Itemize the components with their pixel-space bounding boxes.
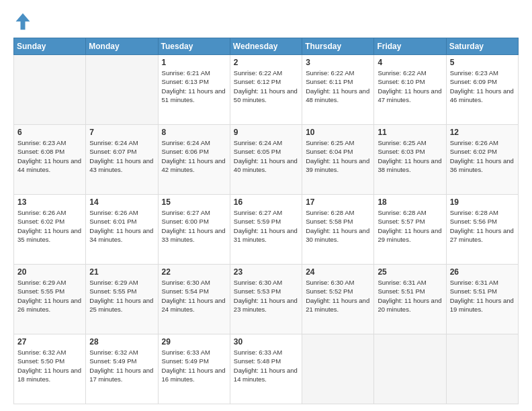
day-info: Sunrise: 6:22 AM Sunset: 6:12 PM Dayligh… bbox=[234, 68, 298, 104]
weekday-header-tuesday: Tuesday bbox=[158, 38, 230, 55]
day-info: Sunrise: 6:28 AM Sunset: 5:56 PM Dayligh… bbox=[450, 208, 515, 244]
day-info: Sunrise: 6:30 AM Sunset: 5:54 PM Dayligh… bbox=[162, 278, 226, 314]
calendar-cell: 28Sunrise: 6:32 AM Sunset: 5:49 PM Dayli… bbox=[86, 334, 158, 404]
calendar-week-3: 13Sunrise: 6:26 AM Sunset: 6:02 PM Dayli… bbox=[14, 195, 519, 265]
day-info: Sunrise: 6:30 AM Sunset: 5:52 PM Dayligh… bbox=[306, 278, 370, 314]
day-info: Sunrise: 6:30 AM Sunset: 5:53 PM Dayligh… bbox=[234, 278, 298, 314]
page: SundayMondayTuesdayWednesdayThursdayFrid… bbox=[0, 0, 532, 411]
day-info: Sunrise: 6:29 AM Sunset: 5:55 PM Dayligh… bbox=[89, 278, 154, 314]
day-info: Sunrise: 6:29 AM Sunset: 5:55 PM Dayligh… bbox=[17, 278, 82, 314]
calendar-cell: 23Sunrise: 6:30 AM Sunset: 5:53 PM Dayli… bbox=[230, 265, 302, 334]
calendar-cell: 4Sunrise: 6:22 AM Sunset: 6:10 PM Daylig… bbox=[374, 55, 446, 125]
day-number: 10 bbox=[306, 128, 370, 137]
day-number: 30 bbox=[234, 337, 298, 347]
day-number: 21 bbox=[89, 267, 154, 277]
day-info: Sunrise: 6:24 AM Sunset: 6:05 PM Dayligh… bbox=[234, 138, 298, 174]
day-number: 20 bbox=[17, 267, 82, 277]
day-info: Sunrise: 6:31 AM Sunset: 5:51 PM Dayligh… bbox=[378, 278, 442, 314]
day-number: 25 bbox=[378, 267, 442, 277]
day-number: 7 bbox=[89, 128, 154, 137]
weekday-header-sunday: Sunday bbox=[14, 38, 86, 55]
calendar-cell: 14Sunrise: 6:26 AM Sunset: 6:01 PM Dayli… bbox=[86, 195, 158, 265]
calendar-cell: 24Sunrise: 6:30 AM Sunset: 5:52 PM Dayli… bbox=[302, 265, 374, 334]
calendar-cell: 12Sunrise: 6:26 AM Sunset: 6:02 PM Dayli… bbox=[446, 125, 518, 195]
weekday-header-wednesday: Wednesday bbox=[230, 38, 302, 55]
calendar-cell: 16Sunrise: 6:27 AM Sunset: 5:59 PM Dayli… bbox=[230, 195, 302, 265]
calendar-cell: 1Sunrise: 6:21 AM Sunset: 6:13 PM Daylig… bbox=[158, 55, 230, 125]
day-number: 29 bbox=[162, 337, 226, 347]
day-info: Sunrise: 6:26 AM Sunset: 6:01 PM Dayligh… bbox=[89, 208, 154, 244]
calendar-week-1: 1Sunrise: 6:21 AM Sunset: 6:13 PM Daylig… bbox=[14, 55, 519, 125]
day-number: 15 bbox=[162, 197, 226, 207]
day-number: 11 bbox=[378, 128, 442, 137]
day-number: 14 bbox=[89, 197, 154, 207]
day-info: Sunrise: 6:27 AM Sunset: 6:00 PM Dayligh… bbox=[162, 208, 226, 244]
day-number: 23 bbox=[234, 267, 298, 277]
calendar-table: SundayMondayTuesdayWednesdayThursdayFrid… bbox=[13, 38, 519, 404]
day-number: 24 bbox=[306, 267, 370, 277]
day-number: 2 bbox=[234, 58, 298, 67]
calendar-cell bbox=[374, 334, 446, 404]
calendar-cell: 10Sunrise: 6:25 AM Sunset: 6:04 PM Dayli… bbox=[302, 125, 374, 195]
day-number: 28 bbox=[89, 337, 154, 347]
calendar-cell: 11Sunrise: 6:25 AM Sunset: 6:03 PM Dayli… bbox=[374, 125, 446, 195]
calendar-cell: 18Sunrise: 6:28 AM Sunset: 5:57 PM Dayli… bbox=[374, 195, 446, 265]
day-info: Sunrise: 6:33 AM Sunset: 5:48 PM Dayligh… bbox=[234, 348, 298, 383]
day-number: 17 bbox=[306, 197, 370, 207]
day-number: 22 bbox=[162, 267, 226, 277]
weekday-header-saturday: Saturday bbox=[446, 38, 518, 55]
day-info: Sunrise: 6:21 AM Sunset: 6:13 PM Dayligh… bbox=[162, 68, 226, 104]
day-number: 19 bbox=[450, 197, 515, 207]
calendar-cell: 21Sunrise: 6:29 AM Sunset: 5:55 PM Dayli… bbox=[86, 265, 158, 334]
calendar-cell: 7Sunrise: 6:24 AM Sunset: 6:07 PM Daylig… bbox=[86, 125, 158, 195]
calendar-cell bbox=[86, 55, 158, 125]
calendar-cell: 30Sunrise: 6:33 AM Sunset: 5:48 PM Dayli… bbox=[230, 334, 302, 404]
day-info: Sunrise: 6:28 AM Sunset: 5:57 PM Dayligh… bbox=[378, 208, 442, 244]
day-info: Sunrise: 6:24 AM Sunset: 6:07 PM Dayligh… bbox=[89, 138, 154, 174]
day-info: Sunrise: 6:22 AM Sunset: 6:10 PM Dayligh… bbox=[378, 68, 442, 104]
day-number: 18 bbox=[378, 197, 442, 207]
calendar-week-2: 6Sunrise: 6:23 AM Sunset: 6:08 PM Daylig… bbox=[14, 125, 519, 195]
calendar-cell: 19Sunrise: 6:28 AM Sunset: 5:56 PM Dayli… bbox=[446, 195, 518, 265]
calendar-cell: 15Sunrise: 6:27 AM Sunset: 6:00 PM Dayli… bbox=[158, 195, 230, 265]
day-info: Sunrise: 6:22 AM Sunset: 6:11 PM Dayligh… bbox=[306, 68, 370, 104]
day-number: 4 bbox=[378, 58, 442, 67]
calendar-cell: 29Sunrise: 6:33 AM Sunset: 5:49 PM Dayli… bbox=[158, 334, 230, 404]
calendar-cell: 8Sunrise: 6:24 AM Sunset: 6:06 PM Daylig… bbox=[158, 125, 230, 195]
day-number: 13 bbox=[17, 197, 82, 207]
logo-icon bbox=[13, 12, 32, 31]
calendar-cell bbox=[302, 334, 374, 404]
calendar-week-4: 20Sunrise: 6:29 AM Sunset: 5:55 PM Dayli… bbox=[14, 265, 519, 334]
day-number: 3 bbox=[306, 58, 370, 67]
calendar-cell: 9Sunrise: 6:24 AM Sunset: 6:05 PM Daylig… bbox=[230, 125, 302, 195]
header bbox=[13, 12, 519, 31]
day-info: Sunrise: 6:25 AM Sunset: 6:04 PM Dayligh… bbox=[306, 138, 370, 174]
day-info: Sunrise: 6:25 AM Sunset: 6:03 PM Dayligh… bbox=[378, 138, 442, 174]
calendar-cell: 22Sunrise: 6:30 AM Sunset: 5:54 PM Dayli… bbox=[158, 265, 230, 334]
calendar-cell: 20Sunrise: 6:29 AM Sunset: 5:55 PM Dayli… bbox=[14, 265, 86, 334]
calendar-cell: 27Sunrise: 6:32 AM Sunset: 5:50 PM Dayli… bbox=[14, 334, 86, 404]
day-number: 8 bbox=[162, 128, 226, 137]
calendar-cell: 3Sunrise: 6:22 AM Sunset: 6:11 PM Daylig… bbox=[302, 55, 374, 125]
day-info: Sunrise: 6:23 AM Sunset: 6:09 PM Dayligh… bbox=[450, 68, 515, 104]
svg-marker-0 bbox=[16, 13, 30, 30]
day-info: Sunrise: 6:27 AM Sunset: 5:59 PM Dayligh… bbox=[234, 208, 298, 244]
day-number: 16 bbox=[234, 197, 298, 207]
calendar-cell: 13Sunrise: 6:26 AM Sunset: 6:02 PM Dayli… bbox=[14, 195, 86, 265]
calendar-header-row: SundayMondayTuesdayWednesdayThursdayFrid… bbox=[14, 38, 519, 55]
day-info: Sunrise: 6:23 AM Sunset: 6:08 PM Dayligh… bbox=[17, 138, 82, 174]
calendar-cell: 25Sunrise: 6:31 AM Sunset: 5:51 PM Dayli… bbox=[374, 265, 446, 334]
day-number: 9 bbox=[234, 128, 298, 137]
calendar-cell: 17Sunrise: 6:28 AM Sunset: 5:58 PM Dayli… bbox=[302, 195, 374, 265]
weekday-header-thursday: Thursday bbox=[302, 38, 374, 55]
day-info: Sunrise: 6:32 AM Sunset: 5:49 PM Dayligh… bbox=[89, 348, 154, 383]
day-number: 5 bbox=[450, 58, 515, 67]
day-number: 27 bbox=[17, 337, 82, 347]
day-info: Sunrise: 6:24 AM Sunset: 6:06 PM Dayligh… bbox=[162, 138, 226, 174]
calendar-week-5: 27Sunrise: 6:32 AM Sunset: 5:50 PM Dayli… bbox=[14, 334, 519, 404]
calendar-cell: 2Sunrise: 6:22 AM Sunset: 6:12 PM Daylig… bbox=[230, 55, 302, 125]
logo bbox=[13, 12, 35, 31]
calendar-cell: 26Sunrise: 6:31 AM Sunset: 5:51 PM Dayli… bbox=[446, 265, 518, 334]
calendar-cell bbox=[14, 55, 86, 125]
day-info: Sunrise: 6:33 AM Sunset: 5:49 PM Dayligh… bbox=[162, 348, 226, 383]
